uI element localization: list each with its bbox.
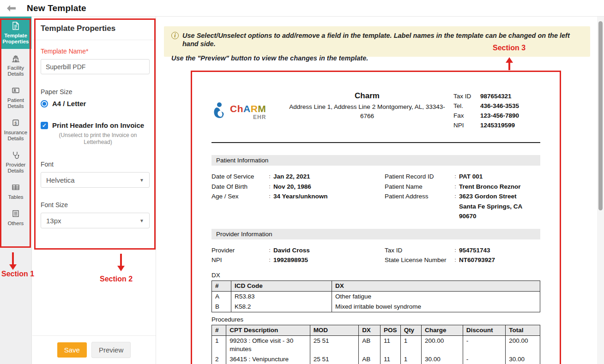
contact-row: Tax ID987654321 bbox=[453, 91, 540, 101]
template-name-label: Template Name* bbox=[41, 48, 148, 55]
info-row: Tax ID954751743 bbox=[385, 245, 540, 256]
save-button[interactable]: Save bbox=[57, 342, 87, 358]
sidebar-item-label: Tables bbox=[8, 194, 23, 200]
charm-logo-text: ChARM bbox=[230, 103, 266, 114]
top-bar: New Template bbox=[0, 0, 604, 17]
chevron-down-icon: ▼ bbox=[139, 218, 144, 223]
svg-text:$: $ bbox=[14, 120, 17, 125]
sidebar-item-label: Template Properties bbox=[1, 33, 30, 45]
info-row: ProviderDavid Cross bbox=[211, 245, 385, 256]
section1-annotation-label: Section 1 bbox=[1, 270, 34, 278]
dx-row: BK58.2Mixed irritable bowel syndrome bbox=[212, 302, 540, 312]
hospital-building-icon bbox=[11, 54, 20, 63]
sidebar-item-label: Provider Details bbox=[1, 162, 30, 174]
info-row: Patient Address 3623 Gordon StreetSanta … bbox=[385, 191, 540, 221]
radio-selected-icon bbox=[41, 100, 48, 107]
template-properties-panel: Template Properties Template Name* Paper… bbox=[32, 17, 156, 364]
header-divider bbox=[211, 142, 540, 143]
info-icon: i bbox=[171, 32, 179, 39]
clinic-header: ChARM EHR Charm Address Line 1, Address … bbox=[211, 90, 540, 130]
clinic-address: Address Line 1, Address Line 2 Montgomer… bbox=[281, 102, 453, 121]
info-row: Patient Record IDPAT 001 bbox=[385, 172, 540, 182]
info-row: Date Of BirthNov 20, 1986 bbox=[211, 182, 385, 192]
patient-information-header: Patient Information bbox=[211, 155, 540, 166]
print-header-label: Print Header Info on Invoice bbox=[52, 121, 144, 129]
contact-row: NPI1245319599 bbox=[453, 120, 540, 130]
info-row: Patient NameTrent Bronco Reznor bbox=[385, 182, 540, 192]
vertical-scrollbar-track[interactable] bbox=[597, 17, 604, 364]
dx-table: #ICD CodeDX AR53.83Other fatigue BK58.2M… bbox=[211, 280, 540, 312]
back-arrow-icon[interactable] bbox=[6, 5, 22, 12]
section2-annotation-label: Section 2 bbox=[100, 275, 133, 283]
template-preview-pane[interactable]: ChARM EHR Charm Address Line 1, Address … bbox=[191, 71, 561, 364]
sidebar-item-label: Others bbox=[8, 221, 24, 227]
sidebar-item-patient-details[interactable]: Patient Details bbox=[0, 81, 31, 113]
contact-row: Fax123-456-7890 bbox=[453, 111, 540, 120]
font-label: Font bbox=[41, 161, 148, 168]
sidebar-item-template-properties[interactable]: Template Properties bbox=[0, 17, 31, 49]
document-lines-icon bbox=[11, 21, 20, 30]
list-lines-icon bbox=[11, 209, 20, 218]
dx-table-title: DX bbox=[211, 272, 540, 279]
procedures-table-title: Procedures bbox=[211, 316, 540, 323]
section3-annotation-label: Section 3 bbox=[493, 44, 525, 52]
id-card-icon bbox=[11, 86, 20, 95]
checkbox-checked-icon: ✓ bbox=[41, 122, 48, 129]
dollar-icon: $ bbox=[11, 118, 20, 127]
sidebar-item-facility-details[interactable]: Facility Details bbox=[0, 49, 31, 81]
provider-information-grid: ProviderDavid Cross NPI1992898935 Tax ID… bbox=[211, 245, 540, 265]
sidebar-item-tables[interactable]: Tables bbox=[0, 178, 31, 204]
stethoscope-icon bbox=[11, 150, 20, 160]
charm-logo-mark-icon bbox=[211, 101, 227, 123]
charm-logo: ChARM EHR bbox=[211, 90, 281, 130]
font-size-label: Font Size bbox=[41, 201, 148, 209]
font-size-select[interactable]: 13px ▼ bbox=[41, 213, 150, 228]
font-size-selected-value: 13px bbox=[46, 217, 61, 225]
clinic-name: Charm bbox=[281, 91, 453, 101]
info-row: Age / Sex34 Years/unknown bbox=[211, 191, 385, 202]
provider-information-header: Provider Information bbox=[211, 229, 540, 239]
print-header-hint: (Unselect to print the Invoice on Letter… bbox=[47, 132, 149, 146]
preview-button[interactable]: Preview bbox=[91, 342, 131, 358]
paper-size-label: Paper Size bbox=[41, 88, 148, 95]
sidebar-item-provider-details[interactable]: Provider Details bbox=[0, 146, 31, 178]
vertical-scrollbar-thumb[interactable] bbox=[598, 21, 603, 210]
info-row: State License NumberNT60793927 bbox=[385, 255, 540, 265]
sidebar-item-label: Facility Details bbox=[1, 65, 30, 77]
banner-line2: Use the "Preview" button to view the cha… bbox=[171, 54, 583, 62]
sidebar-item-label: Patient Details bbox=[1, 97, 30, 109]
sidebar-item-others[interactable]: Others bbox=[0, 204, 31, 231]
panel-title: Template Properties bbox=[32, 17, 156, 40]
template-name-input[interactable] bbox=[41, 59, 150, 74]
charm-logo-sub-text: EHR bbox=[230, 114, 266, 120]
info-row: Date of ServiceJan 22, 2021 bbox=[211, 172, 385, 182]
clinic-contact-block: Tax ID987654321 Tel.436-346-3535 Fax123-… bbox=[453, 90, 540, 130]
paper-size-option-label: A4 / Letter bbox=[52, 100, 86, 107]
page-title: New Template bbox=[27, 3, 86, 13]
panel-footer: Save Preview bbox=[32, 335, 156, 364]
contact-row: Tel.436-346-3535 bbox=[453, 101, 540, 111]
dx-row: AR53.83Other fatigue bbox=[212, 291, 540, 302]
template-sections-sidebar: Template Properties Facility Details Pat… bbox=[0, 17, 32, 364]
font-selected-value: Helvetica bbox=[46, 176, 75, 184]
font-select[interactable]: Helvetica ▼ bbox=[41, 172, 150, 188]
sidebar-item-label: Insurance Details bbox=[1, 130, 30, 142]
info-row: NPI1992898935 bbox=[211, 255, 385, 265]
table-icon bbox=[11, 183, 20, 192]
procedures-table: # CPT Description MOD DX POS Qty Charge … bbox=[211, 325, 540, 364]
patient-information-grid: Date of ServiceJan 22, 2021 Date Of Birt… bbox=[211, 172, 540, 221]
sidebar-item-insurance-details[interactable]: $ Insurance Details bbox=[0, 113, 31, 146]
superbill-document: ChARM EHR Charm Address Line 1, Address … bbox=[192, 72, 560, 364]
paper-size-radio-a4-letter[interactable]: A4 / Letter bbox=[41, 100, 148, 107]
chevron-down-icon: ▼ bbox=[139, 178, 144, 183]
print-header-checkbox-row[interactable]: ✓ Print Header Info on Invoice bbox=[41, 121, 148, 129]
procedure-row: 236415 : Venipuncture 25 51AB 111 30.00-… bbox=[212, 354, 540, 364]
procedure-row: 199203 : Office visit - 30 minutes 25 51… bbox=[212, 335, 540, 354]
info-banner: i Use Select/Unselect options to add/rem… bbox=[164, 26, 590, 57]
